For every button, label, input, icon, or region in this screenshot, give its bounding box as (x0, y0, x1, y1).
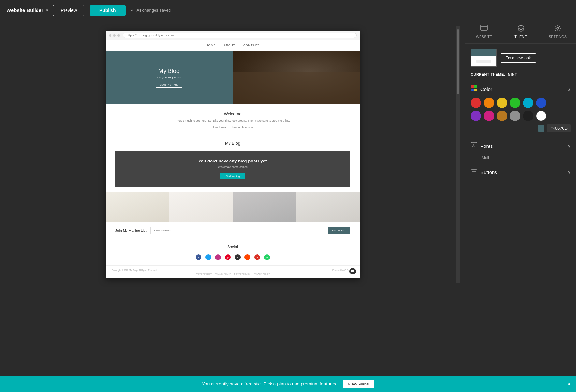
signup-button[interactable]: SIGN UP (328, 227, 350, 234)
svg-rect-5 (471, 85, 474, 88)
selected-color-preview (538, 125, 544, 132)
color-section-left: Color (471, 85, 492, 93)
color-swatch-purple[interactable] (471, 111, 481, 121)
browser-dots (109, 34, 120, 37)
footer-link-3[interactable]: PRIVACY POLICY (234, 273, 250, 275)
color-swatch-black[interactable] (523, 111, 533, 121)
blog-title-section: My Blog (106, 137, 360, 151)
pinterest-icon[interactable]: p (225, 254, 231, 260)
whatsapp-icon[interactable]: w (264, 254, 270, 260)
theme-thumbnail (471, 49, 497, 67)
color-swatch-pink[interactable] (484, 111, 494, 121)
footer-link-1[interactable]: PRIVACY POLICY (196, 273, 212, 275)
nav-about[interactable]: ABOUT (224, 44, 235, 48)
site-footer: Copyright © 2020 My Blog - All Rights Re… (106, 265, 360, 278)
tab-settings[interactable]: SETTINGS (539, 25, 576, 43)
scrollbar-track[interactable] (456, 26, 460, 283)
footer-link-4[interactable]: PRIVACY POLICY (254, 273, 270, 275)
browser-dot-2 (113, 34, 116, 37)
saved-status: All changes saved (131, 8, 171, 13)
color-swatch-white[interactable] (536, 111, 546, 121)
fonts-section-left: A Fonts (471, 142, 493, 150)
gallery-item-2 (169, 192, 233, 222)
color-swatch-green[interactable] (510, 98, 520, 108)
browser-frame: https://myblog.godaddysites.com HOME ABO… (106, 31, 360, 278)
preview-area: https://myblog.godaddysites.com HOME ABO… (0, 21, 465, 376)
fonts-section-content: Muli (465, 155, 576, 163)
footer-copyright: Copyright © 2020 My Blog - All Rights Re… (112, 269, 157, 271)
svg-rect-6 (474, 85, 477, 88)
youtube-icon[interactable]: y (254, 254, 260, 260)
brand-chevron-icon: ▾ (46, 8, 48, 13)
buttons-chevron-icon: ∨ (568, 170, 571, 175)
browser-dot-1 (109, 34, 111, 37)
publish-button[interactable]: Publish (90, 5, 126, 16)
hero-title: My Blog (158, 68, 180, 75)
buttons-section-header[interactable]: Buttons ∨ (465, 163, 576, 181)
buttons-section-left: Buttons (471, 168, 497, 176)
hero-left: My Blog Get your daily dose! CONTACT ME (106, 51, 233, 104)
welcome-heading: Welcome (125, 111, 340, 116)
selected-color-display: #46676D (471, 124, 571, 132)
theme-tab-icon (517, 25, 524, 34)
tab-website[interactable]: WEBSITE (465, 25, 502, 43)
fonts-section-header[interactable]: A Fonts ∨ (465, 137, 576, 155)
social-underline (229, 251, 237, 251)
color-grid-row-1 (471, 98, 571, 108)
footer-top: Copyright © 2020 My Blog - All Rights Re… (112, 269, 353, 271)
mailing-title: Join My Mailing List (115, 229, 147, 232)
social-icons: f t i p t r y w (111, 254, 355, 260)
tab-theme-label: THEME (514, 35, 527, 39)
tumblr-icon[interactable]: t (235, 254, 241, 260)
start-writing-button[interactable]: Start Writing (220, 173, 245, 179)
right-panel: WEBSITE THEME (465, 21, 576, 376)
instagram-icon[interactable]: i (215, 254, 221, 260)
svg-rect-0 (481, 25, 487, 30)
facebook-icon[interactable]: f (196, 254, 201, 260)
bottom-banner: You currently have a free site. Pick a p… (0, 376, 576, 392)
preview-button[interactable]: Preview (53, 5, 84, 16)
current-font: Muli (482, 156, 489, 160)
tab-theme[interactable]: THEME (502, 25, 539, 43)
color-section-header[interactable]: Color ∧ (465, 80, 576, 98)
banner-close-button[interactable]: × (567, 381, 571, 387)
social-title: Social (111, 245, 355, 249)
reddit-icon[interactable]: r (244, 254, 250, 260)
color-swatch-orange[interactable] (484, 98, 494, 108)
footer-link-2[interactable]: PRIVACY POLICY (215, 273, 231, 275)
gallery-item-3 (233, 192, 296, 222)
nav-home[interactable]: HOME (206, 44, 216, 48)
color-chevron-icon: ∧ (568, 87, 571, 92)
nav-contact[interactable]: CONTACT (243, 44, 259, 48)
main-area: https://myblog.godaddysites.com HOME ABO… (0, 21, 576, 376)
hero-cta-button[interactable]: CONTACT ME (156, 82, 183, 88)
brand[interactable]: Website Builder ▾ (7, 7, 48, 13)
browser-bar: https://myblog.godaddysites.com (106, 31, 360, 40)
mailing-email-input[interactable] (150, 227, 324, 234)
fonts-icon: A (471, 142, 477, 150)
twitter-icon[interactable]: t (205, 254, 211, 260)
color-swatch-brown[interactable] (497, 111, 507, 121)
color-swatch-cyan[interactable] (523, 98, 533, 108)
chat-bubble-icon[interactable]: 💬 (349, 268, 356, 274)
welcome-text-2: I look forward to hearing from you. (125, 125, 340, 130)
selected-color-hex: #46676D (547, 124, 571, 132)
brand-name: Website Builder (7, 7, 43, 13)
footer-links: PRIVACY POLICY PRIVACY POLICY PRIVACY PO… (112, 273, 353, 275)
svg-rect-8 (474, 89, 477, 91)
color-grid-row-2 (471, 111, 571, 121)
welcome-text-1: There's much to see here. So, take your … (125, 119, 340, 123)
color-swatch-gray[interactable] (510, 111, 520, 121)
browser-dot-3 (117, 34, 120, 37)
scrollbar-thumb[interactable] (457, 29, 459, 94)
color-swatch-yellow[interactable] (497, 98, 507, 108)
view-plans-button[interactable]: View Plans (343, 380, 374, 388)
no-posts-heading: You don't have any blog posts yet (123, 159, 342, 163)
tab-website-label: WEBSITE (476, 35, 492, 39)
color-swatch-blue[interactable] (536, 98, 546, 108)
preview-wrapper: https://myblog.godaddysites.com HOME ABO… (5, 26, 460, 283)
try-new-look-button[interactable]: Try a new look (501, 53, 536, 63)
svg-point-4 (557, 27, 559, 29)
color-swatch-red[interactable] (471, 98, 481, 108)
buttons-icon (471, 168, 477, 176)
